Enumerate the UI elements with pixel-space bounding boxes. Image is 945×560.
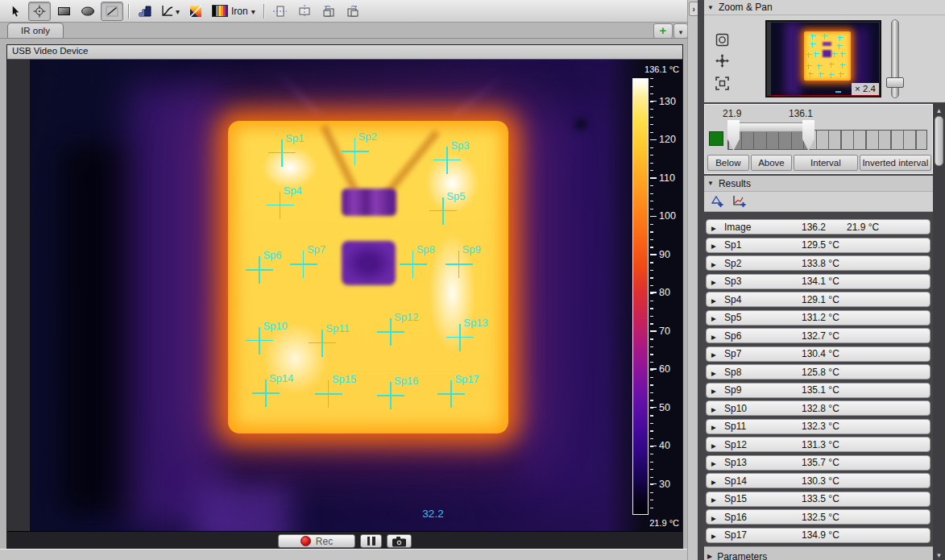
add-tab-button[interactable] xyxy=(653,23,673,39)
zoom-slider[interactable] xyxy=(886,19,904,98)
expand-arrow-icon[interactable] xyxy=(711,493,724,504)
result-row[interactable]: Sp10 132.8 °C xyxy=(706,400,930,416)
flip-horizontal-button[interactable] xyxy=(269,2,292,21)
result-value: 132.5 °C xyxy=(802,512,847,523)
expand-arrow-icon[interactable] xyxy=(711,239,724,251)
result-row[interactable]: Sp14 130.3 °C xyxy=(706,473,930,488)
zoom-slider-handle[interactable] xyxy=(886,77,904,88)
scrollbar-thumb[interactable] xyxy=(935,116,943,166)
range-mode-button[interactable]: Inverted interval xyxy=(860,155,931,171)
flip-vertical-button[interactable] xyxy=(293,2,316,21)
expand-arrow-icon[interactable] xyxy=(711,529,724,541)
zoom-pan-section-header[interactable]: Zoom & Pan xyxy=(704,0,945,15)
thermal-scene-edge xyxy=(7,60,30,531)
expand-arrow-icon[interactable] xyxy=(711,330,724,342)
add-plot-result-button[interactable] xyxy=(732,194,748,209)
results-section-header[interactable]: Results xyxy=(704,176,933,192)
snapshot-button[interactable] xyxy=(387,534,412,548)
rectangle-tool-button[interactable] xyxy=(52,2,75,21)
thumb-layer xyxy=(823,42,831,47)
color-adjust-button[interactable] xyxy=(184,2,207,21)
range-track[interactable] xyxy=(727,130,927,150)
parameters-section-header[interactable]: Parameters xyxy=(704,546,933,560)
result-row[interactable]: Sp4 129.1 °C xyxy=(706,292,930,307)
result-row[interactable]: Sp13 135.7 °C xyxy=(706,455,930,471)
expand-arrow-icon[interactable] xyxy=(711,457,724,468)
panel-splitter[interactable] xyxy=(687,0,698,560)
tick-label: 70 xyxy=(659,326,670,337)
right-panel-scrollbar[interactable] xyxy=(933,103,945,560)
result-row[interactable]: Sp1 129.5 °C xyxy=(706,238,930,253)
fit-image-button[interactable] xyxy=(714,31,731,48)
add-shape-result-button[interactable] xyxy=(709,194,725,209)
ellipse-tool-button[interactable] xyxy=(77,2,99,21)
tick-label: 80 xyxy=(659,287,670,298)
palette-icon xyxy=(212,5,228,17)
expand-arrow-icon[interactable] xyxy=(711,348,724,359)
cursor-icon xyxy=(10,5,22,18)
cross-icon xyxy=(824,34,825,39)
expand-arrow-icon[interactable] xyxy=(711,294,724,305)
viewer-title: USB Video Device xyxy=(7,45,682,60)
expand-arrow-icon[interactable] xyxy=(711,222,724,233)
result-row[interactable]: Sp15 133.5 °C xyxy=(706,492,930,507)
result-value: 131.3 °C xyxy=(802,439,847,450)
result-row[interactable]: Sp11 132.3 °C xyxy=(706,419,930,434)
zoom-selection-button[interactable] xyxy=(714,75,731,91)
palette-select[interactable]: Iron xyxy=(209,2,259,21)
scroll-up-icon[interactable] xyxy=(933,104,945,114)
result-row[interactable]: Sp16 132.5 °C xyxy=(706,509,930,525)
curve-button[interactable] xyxy=(158,2,183,21)
expand-arrow-icon[interactable] xyxy=(711,403,724,414)
result-row[interactable]: Sp8 125.8 °C xyxy=(706,364,930,380)
result-row[interactable]: Sp3 134.1 °C xyxy=(706,274,930,289)
tab-list-dropdown-button[interactable] xyxy=(674,23,688,39)
expand-arrow-icon[interactable] xyxy=(711,512,724,523)
spot-tool-button[interactable] xyxy=(28,2,51,21)
rotate-left-button[interactable] xyxy=(317,2,340,21)
expand-arrow-icon[interactable] xyxy=(711,475,724,487)
pause-icon xyxy=(372,537,375,545)
range-mode-button[interactable]: Interval xyxy=(794,155,857,171)
expand-arrow-icon[interactable] xyxy=(711,276,724,287)
expand-arrow-icon[interactable] xyxy=(711,384,724,396)
rotate-right-button[interactable] xyxy=(342,2,364,21)
tick-mark xyxy=(650,292,657,293)
expand-arrow-icon[interactable] xyxy=(711,439,724,450)
expand-arrow-icon[interactable] xyxy=(711,258,724,269)
pause-button[interactable] xyxy=(360,534,382,548)
overview-thumbnail[interactable]: Sp1 Sp2 xyxy=(765,20,881,97)
cursor-tool-button[interactable] xyxy=(4,2,27,21)
range-mode-button[interactable]: Below xyxy=(707,155,749,171)
expand-arrow-icon[interactable] xyxy=(711,312,724,323)
expand-arrow-icon[interactable] xyxy=(711,421,724,432)
cross-icon xyxy=(459,324,461,351)
spot-label: Sp8 xyxy=(417,243,435,255)
tab-ir-only[interactable]: IR only xyxy=(7,23,64,38)
result-row[interactable]: Sp12 131.3 °C xyxy=(706,437,930,452)
result-row[interactable]: Image 136.2 21.9 °C xyxy=(706,219,930,234)
histogram-button[interactable] xyxy=(134,2,156,21)
result-row[interactable]: Sp2 133.8 °C xyxy=(706,255,930,271)
result-row[interactable]: Sp6 132.7 °C xyxy=(706,328,930,343)
ir-camera-app: Iron IR only xyxy=(0,0,945,560)
thermal-scene-layer xyxy=(514,107,608,503)
expand-arrow-icon[interactable] xyxy=(711,367,724,378)
thermal-image[interactable]: Sp1 Sp2 Sp3 xyxy=(7,60,682,531)
pan-center-button[interactable] xyxy=(714,52,731,68)
record-button[interactable]: Rec xyxy=(278,534,355,548)
cross-icon xyxy=(842,52,843,57)
interval-color-swatch[interactable] xyxy=(709,131,723,146)
result-row[interactable]: Sp9 135.1 °C xyxy=(706,383,930,398)
range-mode-button[interactable]: Above xyxy=(751,155,793,171)
result-row[interactable]: Sp17 134.9 °C xyxy=(706,528,930,543)
result-row[interactable]: Sp5 131.2 °C xyxy=(706,310,930,326)
rectangle-icon xyxy=(57,6,71,17)
result-value: 133.5 °C xyxy=(802,493,847,504)
range-selected-span xyxy=(734,131,810,149)
scroll-down-icon[interactable] xyxy=(933,549,945,558)
result-row[interactable]: Sp7 130.4 °C xyxy=(706,346,930,362)
line-tool-button[interactable] xyxy=(101,2,123,21)
cross-icon xyxy=(303,251,305,278)
result-value: 132.3 °C xyxy=(802,421,847,432)
